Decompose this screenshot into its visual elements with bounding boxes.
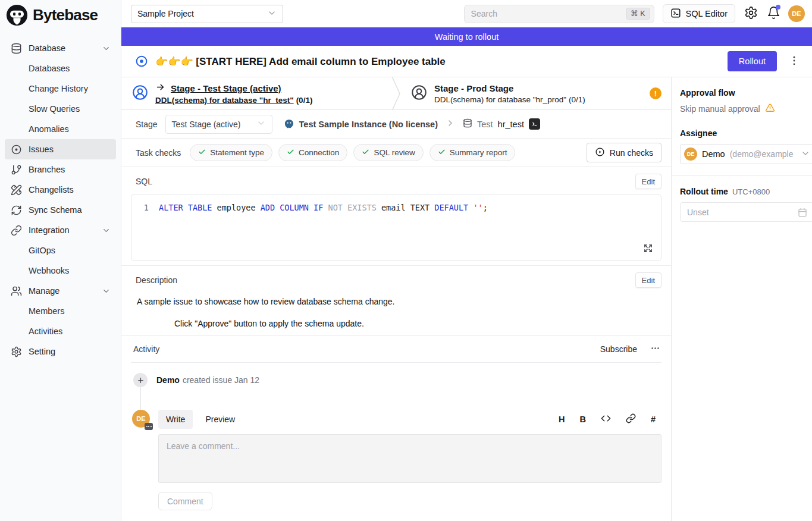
stage-card-test[interactable]: Stage - Test Stage (active) DDL(schema) … [121,77,392,109]
comment-editor: DE Write Preview H B [131,410,661,510]
sidebar-item-label: Issues [29,145,54,154]
stage-alert-icon: ! [650,87,661,99]
sidebar-item-label: Database [29,43,65,53]
approval-flow-value: Skip manual approval [680,104,760,114]
stage-card-prod[interactable]: Stage - Prod Stage DDL(schema) for datab… [400,77,671,109]
description-line: Click "Approve" button to apply the sche… [174,319,661,328]
subscribe-button[interactable]: Subscribe [600,344,637,354]
terminal-icon [670,8,681,20]
activity-more-button[interactable] [649,342,661,356]
sidebar-item-databases[interactable]: Databases [5,58,116,79]
stage-select[interactable]: Test Stage (active) [165,115,272,134]
assignee-avatar: DE [684,147,697,161]
preview-tab[interactable]: Preview [197,410,243,429]
sql-code-line: 1ALTER TABLE employee ADD COLUMN IF NOT … [131,202,661,214]
sidebar-item-label: Anomalies [29,124,69,134]
assignee-email: (demo@example [730,149,796,159]
chevron-down-icon [801,149,810,160]
description-edit-button[interactable]: Edit [635,272,661,288]
brand-logo[interactable]: Bytebase [0,0,121,30]
link-format-button[interactable] [626,413,636,425]
expand-editor-button[interactable] [643,243,653,255]
sidebar-item-slow-queries[interactable]: Slow Queries [5,99,116,119]
sidebar-item-webhooks[interactable]: Webhooks [5,260,116,281]
timeline-divider [140,387,141,410]
sidebar-item-change-history[interactable]: Change History [5,79,116,99]
sql-code-editor[interactable]: 1ALTER TABLE employee ADD COLUMN IF NOT … [131,194,661,261]
chevron-down-icon [102,44,111,53]
rollout-time-title: Rollout time [680,187,728,196]
check-pill-connection[interactable]: Connection [278,144,347,161]
sidebar-item-manage[interactable]: Manage [5,281,116,301]
check-pill-summary-report[interactable]: Summary report [429,144,516,161]
bytebase-logo-icon [6,4,28,26]
search-box[interactable]: ⌘ K [464,5,654,23]
stage-selector-row: Stage Test Stage (active) Test Sample In… [121,110,671,139]
approval-flow-value-row: Skip manual approval [680,103,812,115]
sidebar-item-anomalies[interactable]: Anomalies [5,119,116,139]
instance-breadcrumb: Test Sample Instance (No license) [284,119,438,130]
instance-name[interactable]: Test Sample Instance (No license) [299,120,438,129]
sidebar-item-changelists[interactable]: Changelists [5,180,116,200]
environment-label: Test [477,120,493,129]
bold-format-button[interactable]: B [579,415,585,424]
sidebar-item-integration[interactable]: Integration [5,220,116,240]
sql-edit-button[interactable]: Edit [635,174,661,189]
chevron-down-icon [102,287,111,296]
speech-bubble-icon [145,423,153,430]
run-checks-label: Run checks [610,148,653,158]
sidebar-item-members[interactable]: Members [5,301,116,321]
check-pill-statement-type[interactable]: Statement type [190,144,272,161]
hash-format-button[interactable]: # [651,415,656,424]
database-icon [10,42,22,54]
sidebar-item-branches[interactable]: Branches [5,159,116,180]
topbar: Sample Project ⌘ K SQL Editor DE [121,0,812,27]
sql-editor-button[interactable]: SQL Editor [663,4,735,23]
task-checks-row: Task checks Statement type Connection SQ… [121,139,671,167]
assignee-select[interactable]: DE Demo (demo@example [680,144,812,164]
sidebar-item-label: Webhooks [29,266,69,275]
calendar-icon [798,208,807,217]
sidebar-item-label: Members [29,306,64,316]
rollout-time-input[interactable] [681,208,812,217]
sidebar-item-label: Activities [29,327,62,336]
check-label: Connection [299,148,339,157]
heading-format-button[interactable]: H [559,415,565,424]
description-label: Description [136,275,177,285]
link-icon [626,413,636,425]
user-avatar[interactable]: DE [788,5,805,22]
more-actions-button[interactable] [787,54,801,70]
sidebar-item-database[interactable]: Database [5,38,116,58]
timezone-label: UTC+0800 [732,187,770,196]
rollout-button[interactable]: Rollout [728,51,777,71]
notifications-button[interactable] [767,6,780,21]
stage-pipeline: Stage - Test Stage (active) DDL(schema) … [121,77,671,110]
task-checks-label: Task checks [136,148,181,158]
brand-name: Bytebase [33,6,98,24]
open-sql-editor-icon[interactable] [529,118,540,130]
ellipsis-icon [650,343,660,355]
write-tab[interactable]: Write [158,410,193,429]
maximize-icon [643,243,653,255]
sidebar-item-sync-schema[interactable]: Sync Schema [5,200,116,220]
comment-textarea[interactable] [159,435,661,482]
sidebar-item-gitops[interactable]: GitOps [5,240,116,260]
chevron-down-icon [267,8,277,20]
sidebar-item-label: Integration [29,225,70,235]
project-select[interactable]: Sample Project [131,5,283,23]
code-format-button[interactable] [601,413,611,425]
sidebar-item-activities[interactable]: Activities [5,321,116,341]
search-input[interactable] [471,9,626,18]
sidebar-item-setting[interactable]: Setting [5,341,116,362]
task-progress: (0/1) [296,96,313,105]
comment-button[interactable]: Comment [158,492,212,510]
description-line: A sample issue to showcase how to review… [137,297,661,306]
sidebar-nav: Database Databases Change History Slow Q… [0,30,121,362]
pencil-ruler-icon [10,184,22,196]
check-pill-sql-review[interactable]: SQL review [353,144,423,161]
sidebar-item-issues[interactable]: Issues [5,139,116,159]
database-name[interactable]: hr_test [498,120,524,129]
gear-icon [744,6,758,21]
run-checks-button[interactable]: Run checks [587,143,661,162]
settings-button[interactable] [744,6,758,21]
